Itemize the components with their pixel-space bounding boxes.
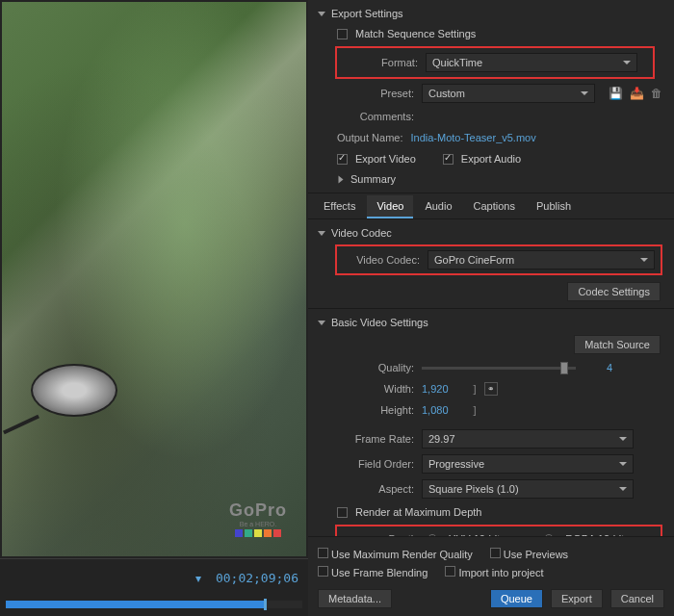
match-sequence-label: Match Sequence Settings [355, 28, 476, 39]
cancel-button[interactable]: Cancel [610, 589, 664, 608]
summary-toggle[interactable]: Summary [308, 169, 674, 189]
tab-video[interactable]: Video [367, 195, 413, 218]
format-label: Format: [341, 57, 418, 68]
match-source-button[interactable]: Match Source [574, 335, 661, 354]
match-sequence-checkbox[interactable] [337, 29, 348, 39]
max-depth-checkbox[interactable] [337, 507, 348, 518]
format-dropdown[interactable]: QuickTime [426, 53, 637, 72]
preset-label: Preset: [337, 88, 414, 99]
delete-preset-icon[interactable]: 🗑 [651, 87, 664, 100]
footer: Use Maximum Render Quality Use Previews … [308, 536, 674, 616]
max-quality-checkbox[interactable] [318, 548, 328, 558]
comments-label: Comments: [337, 111, 414, 122]
codec-label: Video Codec: [343, 254, 420, 266]
video-codec-header[interactable]: Video Codec [308, 223, 674, 243]
frame-blending-checkbox[interactable] [318, 566, 328, 577]
tab-audio[interactable]: Audio [415, 195, 461, 218]
timeline-bar: ▾ 00;02;09;06 [0, 558, 308, 597]
progress-bar[interactable] [6, 601, 302, 608]
metadata-button[interactable]: Metadata... [318, 589, 392, 608]
timecode[interactable]: 00;02;09;06 [216, 571, 298, 585]
preset-dropdown[interactable]: Custom [422, 84, 595, 103]
output-name-link[interactable]: India-Moto-Teaser_v5.mov [410, 132, 535, 143]
quality-value[interactable]: 4 [583, 362, 612, 373]
use-previews-checkbox[interactable] [490, 548, 501, 558]
basic-video-header[interactable]: Basic Video Settings [308, 313, 674, 332]
save-preset-icon[interactable]: 💾 [609, 87, 622, 100]
depth-rgba-radio[interactable] [544, 534, 554, 536]
gopro-logo: GoPro [229, 500, 287, 521]
export-button[interactable]: Export [551, 589, 603, 608]
codec-dropdown[interactable]: GoPro CineForm [428, 250, 655, 270]
fieldorder-dropdown[interactable]: Progressive [422, 454, 634, 474]
video-preview[interactable]: GoPro Be a HERO. [2, 2, 306, 556]
output-name-label: Output Name: [337, 132, 402, 143]
aspect-dropdown[interactable]: Square Pixels (1.0) [422, 479, 634, 499]
quality-slider[interactable] [422, 367, 576, 370]
tab-effects[interactable]: Effects [314, 195, 365, 218]
export-video-checkbox[interactable] [337, 154, 348, 165]
depth-yuv-radio[interactable] [428, 534, 437, 536]
export-audio-checkbox[interactable] [443, 154, 454, 165]
settings-tabs: Effects Video Audio Captions Publish [308, 193, 674, 219]
import-preset-icon[interactable]: 📥 [630, 87, 643, 100]
width-value[interactable]: 1,920 [422, 383, 449, 395]
import-project-checkbox[interactable] [445, 566, 455, 577]
queue-button[interactable]: Queue [490, 589, 543, 608]
codec-settings-button[interactable]: Codec Settings [567, 282, 661, 301]
comments-input[interactable] [422, 109, 664, 124]
preview-panel: GoPro Be a HERO. ▾ 00;02;09;06 [0, 0, 308, 616]
tab-publish[interactable]: Publish [527, 195, 581, 218]
height-value[interactable]: 1,080 [422, 404, 449, 416]
export-settings-header[interactable]: Export Settings [308, 4, 674, 23]
tab-captions[interactable]: Captions [464, 195, 525, 218]
framerate-dropdown[interactable]: 29.97 [422, 429, 634, 449]
settings-panel: Export Settings Match Sequence Settings … [308, 0, 674, 616]
marker-icon[interactable]: ▾ [195, 572, 201, 585]
link-dimensions-icon[interactable]: ⚭ [484, 382, 498, 396]
